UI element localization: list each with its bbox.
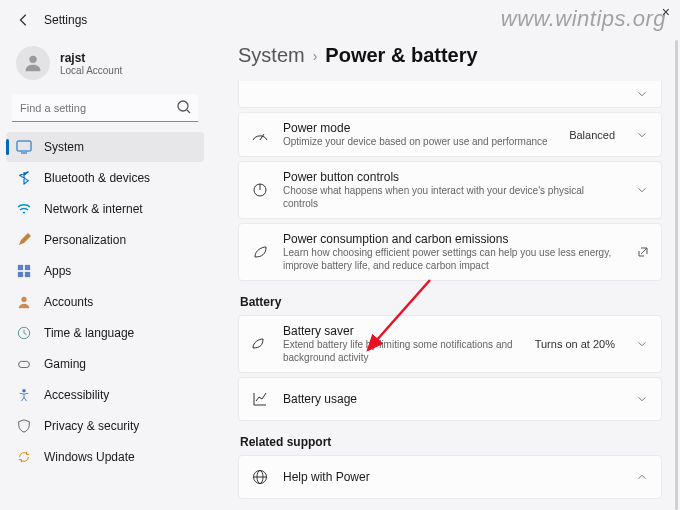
- power-icon: [251, 181, 269, 199]
- user-block[interactable]: rajst Local Account: [6, 40, 204, 92]
- breadcrumb: System › Power & battery: [238, 44, 662, 67]
- globe-icon: [251, 468, 269, 486]
- nav-label: Windows Update: [44, 450, 135, 464]
- scrollbar[interactable]: [675, 40, 678, 510]
- sidebar-item-network[interactable]: Network & internet: [6, 194, 204, 224]
- svg-rect-5: [18, 265, 23, 270]
- search-input[interactable]: [12, 94, 198, 122]
- nav-label: Time & language: [44, 326, 134, 340]
- sidebar-item-bluetooth[interactable]: Bluetooth & devices: [6, 163, 204, 193]
- card-subtitle: Choose what happens when you interact wi…: [283, 184, 621, 210]
- card-title: Power consumption and carbon emissions: [283, 232, 619, 246]
- chevron-down-icon: [635, 337, 649, 351]
- close-button[interactable]: ×: [662, 4, 670, 20]
- svg-rect-3: [17, 141, 31, 151]
- card-title: Battery usage: [283, 392, 621, 406]
- main-content: System › Power & battery Power mode Opti…: [210, 40, 680, 510]
- link-adjust-power[interactable]: Adjusting power and sleep settings: [238, 503, 662, 510]
- chevron-down-icon: [635, 128, 649, 142]
- sidebar-item-gaming[interactable]: Gaming: [6, 349, 204, 379]
- nav-label: Accessibility: [44, 388, 109, 402]
- card-title: Help with Power: [283, 470, 621, 484]
- chevron-down-icon: [635, 392, 649, 406]
- nav-label: Apps: [44, 264, 71, 278]
- sidebar-item-personalization[interactable]: Personalization: [6, 225, 204, 255]
- wifi-icon: [16, 201, 32, 217]
- card-help[interactable]: Help with Power: [238, 455, 662, 499]
- svg-point-9: [21, 297, 26, 302]
- apps-icon: [16, 263, 32, 279]
- user-name: rajst: [60, 51, 122, 65]
- bluetooth-icon: [16, 170, 32, 186]
- chart-icon: [251, 390, 269, 408]
- sidebar-item-time[interactable]: Time & language: [6, 318, 204, 348]
- nav-label: Network & internet: [44, 202, 143, 216]
- svg-line-2: [187, 110, 190, 113]
- section-related: Related support: [240, 435, 662, 449]
- card-subtitle: Learn how choosing efficient power setti…: [283, 246, 619, 272]
- gamepad-icon: [16, 356, 32, 372]
- shield-icon: [16, 418, 32, 434]
- svg-rect-7: [18, 272, 23, 277]
- card-battery-saver[interactable]: Battery saver Extend battery life by lim…: [238, 315, 662, 373]
- breadcrumb-parent[interactable]: System: [238, 44, 305, 67]
- svg-point-12: [22, 389, 26, 393]
- chevron-down-icon: [635, 183, 649, 197]
- card-title: Power mode: [283, 121, 555, 135]
- svg-rect-6: [25, 265, 30, 270]
- card-battery-usage[interactable]: Battery usage: [238, 377, 662, 421]
- card-partial-top[interactable]: [238, 81, 662, 108]
- chevron-up-icon: [635, 470, 649, 484]
- sidebar-item-apps[interactable]: Apps: [6, 256, 204, 286]
- sidebar-item-accounts[interactable]: Accounts: [6, 287, 204, 317]
- gauge-icon: [251, 126, 269, 144]
- update-icon: [16, 449, 32, 465]
- app-title: Settings: [44, 13, 87, 27]
- system-icon: [16, 139, 32, 155]
- section-battery: Battery: [240, 295, 662, 309]
- nav-label: Accounts: [44, 295, 93, 309]
- external-link-icon: [637, 246, 649, 258]
- search-icon: [176, 99, 192, 115]
- nav-label: Privacy & security: [44, 419, 139, 433]
- svg-rect-11: [19, 361, 30, 367]
- nav-label: System: [44, 140, 84, 154]
- battery-saver-value: Turns on at 20%: [535, 338, 615, 350]
- chevron-down-icon: [635, 87, 649, 101]
- card-carbon[interactable]: Power consumption and carbon emissions L…: [238, 223, 662, 281]
- svg-point-1: [178, 101, 188, 111]
- svg-point-0: [29, 56, 36, 63]
- card-power-button[interactable]: Power button controls Choose what happen…: [238, 161, 662, 219]
- avatar: [16, 46, 50, 80]
- user-account-type: Local Account: [60, 65, 122, 76]
- leaf-icon: [251, 243, 269, 261]
- card-subtitle: Optimize your device based on power use …: [283, 135, 555, 148]
- nav-label: Gaming: [44, 357, 86, 371]
- breadcrumb-current: Power & battery: [325, 44, 477, 67]
- nav-label: Personalization: [44, 233, 126, 247]
- back-button[interactable]: [14, 10, 34, 30]
- card-title: Battery saver: [283, 324, 521, 338]
- clock-icon: [16, 325, 32, 341]
- chevron-right-icon: ›: [313, 48, 318, 64]
- leaf-battery-icon: [251, 335, 269, 353]
- accessibility-icon: [16, 387, 32, 403]
- svg-rect-8: [25, 272, 30, 277]
- sidebar-item-update[interactable]: Windows Update: [6, 442, 204, 472]
- brush-icon: [16, 232, 32, 248]
- nav-label: Bluetooth & devices: [44, 171, 150, 185]
- sidebar-item-privacy[interactable]: Privacy & security: [6, 411, 204, 441]
- card-title: Power button controls: [283, 170, 621, 184]
- user-icon: [16, 294, 32, 310]
- sidebar-item-accessibility[interactable]: Accessibility: [6, 380, 204, 410]
- sidebar: rajst Local Account System Bluetooth & d…: [0, 40, 210, 510]
- card-power-mode[interactable]: Power mode Optimize your device based on…: [238, 112, 662, 157]
- power-mode-value: Balanced: [569, 129, 615, 141]
- sidebar-item-system[interactable]: System: [6, 132, 204, 162]
- card-subtitle: Extend battery life by limiting some not…: [283, 338, 521, 364]
